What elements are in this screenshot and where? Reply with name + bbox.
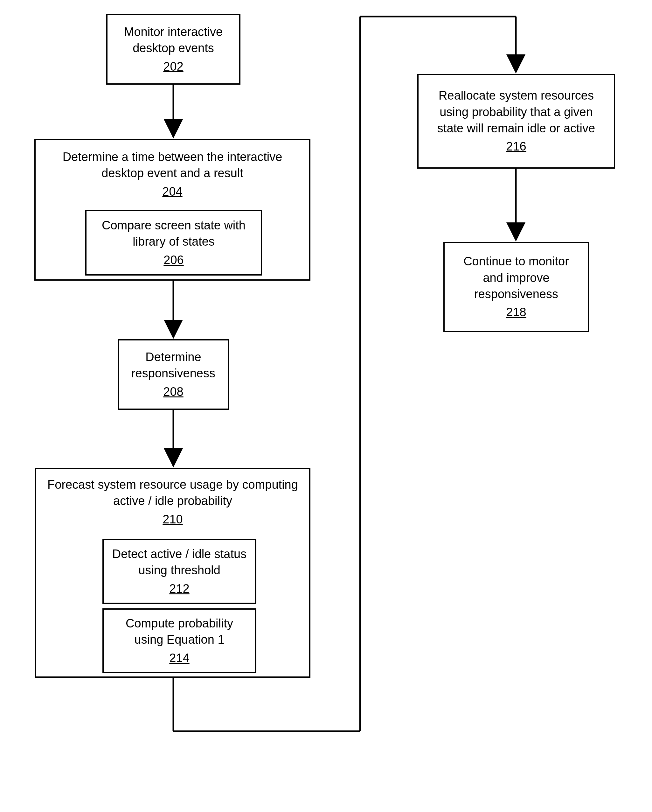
substep-detect-status: Detect active / idle status using thresh… [102,539,256,604]
substep-compare-screen: Compare screen state with library of sta… [85,210,262,276]
step-text: Continue to monitor and improve responsi… [452,253,580,302]
step-text: Compute probability using Equation 1 [110,615,249,648]
step-text: Determine responsiveness [126,349,220,382]
step-num: 208 [163,384,183,400]
step-num: 206 [163,252,183,268]
step-num: 212 [169,581,189,597]
step-text: Monitor interactive desktop events [115,24,232,56]
step-text: Reallocate system resources using probab… [426,87,606,136]
step-num: 218 [506,304,526,321]
step-determine-responsiveness: Determine responsiveness 208 [118,339,229,410]
substep-compute-probability: Compute probability using Equation 1 214 [102,608,256,673]
step-continue-monitor: Continue to monitor and improve responsi… [443,242,589,332]
step-text: Detect active / idle status using thresh… [110,546,249,579]
step-num: 202 [163,58,183,75]
step-num: 204 [162,183,182,200]
step-num: 216 [506,139,526,155]
step-reallocate-resources: Reallocate system resources using probab… [417,74,615,169]
step-num: 214 [169,650,189,666]
step-text: Compare screen state with library of sta… [93,217,254,250]
step-monitor-events: Monitor interactive desktop events 202 [106,14,241,85]
step-text: Forecast system resource usage by comput… [47,477,298,510]
step-text: Determine a time between the interactive… [44,149,301,182]
flowchart-canvas: Monitor interactive desktop events 202 D… [0,0,652,812]
step-num: 210 [163,511,183,528]
